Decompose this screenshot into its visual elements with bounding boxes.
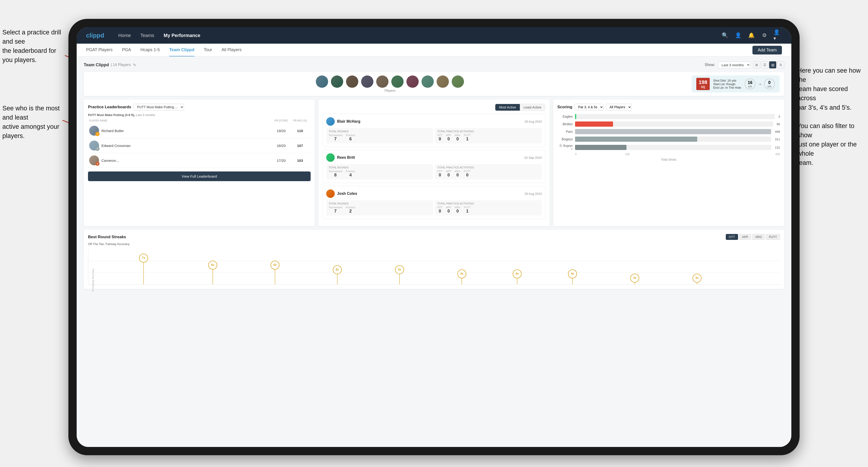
lb-name-1: Richard Butler xyxy=(101,129,124,133)
player-avatar[interactable] xyxy=(376,75,389,88)
settings-icon[interactable]: ⚙ xyxy=(760,31,769,40)
ott-stat-2: OTT 0 xyxy=(437,170,442,178)
subnav-hcaps[interactable]: Hcaps 1-5 xyxy=(140,44,160,56)
player-avatar[interactable] xyxy=(346,75,358,88)
nav-links: Home Teams My Performance xyxy=(118,33,720,38)
nav-link-teams[interactable]: Teams xyxy=(140,33,154,38)
bar-fill-eagles xyxy=(575,114,576,119)
shot-badge: 198 SQ xyxy=(696,78,710,90)
bar-row-dbogeys: D. Bogeys + 131 xyxy=(557,144,780,151)
subnav-tour[interactable]: Tour xyxy=(204,44,212,56)
stat-group-rounds-1: Total Rounds Tournament 7 Practice 6 xyxy=(326,128,433,144)
player-name-cell: 2 Edward Crossman xyxy=(89,141,272,151)
lb-name-3: Cameron... xyxy=(101,158,119,162)
main-content: Team Clippd | 14 Players ✎ Show: Last 3 … xyxy=(76,57,791,447)
player-avatar[interactable] xyxy=(452,75,464,88)
active-player-header-2: Rees Britt 02 Sep 2023 xyxy=(326,153,542,162)
active-player-name-1: Blair McHarg xyxy=(337,119,361,124)
most-active-tab[interactable]: Most Active xyxy=(495,104,520,111)
view-list-icon[interactable]: ☰ xyxy=(761,61,768,68)
pill-arg[interactable]: ARG xyxy=(752,234,765,240)
player-avatar[interactable] xyxy=(316,75,328,88)
player-avatar[interactable] xyxy=(422,75,434,88)
player-avatar[interactable] xyxy=(406,75,418,88)
bar-fill-dbogeys xyxy=(575,145,626,150)
leaderboard-dropdown[interactable]: PUTT Must Make Putting ... xyxy=(133,104,184,111)
pill-ott[interactable]: OTT xyxy=(726,234,738,240)
search-icon[interactable]: 🔍 xyxy=(720,31,729,40)
active-player-header-3: Josh Coles 26 Aug 2023 xyxy=(326,189,542,198)
total-rounds-label-3: Total Rounds xyxy=(329,202,431,205)
edit-icon[interactable]: ✎ xyxy=(133,63,136,67)
total-practice-label-2: Total Practice Activities xyxy=(437,166,539,169)
subnav-teamclippd[interactable]: Team Clippd xyxy=(169,44,194,56)
shot-info: Shot Dist: 16 yds Start Lie: Rough End L… xyxy=(713,79,741,89)
nav-logo: clippd xyxy=(86,32,104,39)
view-sort-icon[interactable]: ⇅ xyxy=(777,61,784,68)
axis-label-0: 0 xyxy=(575,153,577,156)
streak-subtitle: Off The Tee, Fairway Accuracy xyxy=(88,242,780,246)
pill-app[interactable]: APP xyxy=(739,234,751,240)
stat-row-3: Tournament 7 Practice 2 xyxy=(329,206,431,214)
player-avatar[interactable] xyxy=(437,75,449,88)
add-team-button[interactable]: Add Team xyxy=(752,46,782,55)
subnav-right: Add Team xyxy=(752,46,782,55)
subnav-allplayers[interactable]: All Players xyxy=(221,44,242,56)
active-player-name-2: Rees Britt xyxy=(337,155,355,160)
nav-link-home[interactable]: Home xyxy=(118,33,131,38)
active-player-name-3: Josh Coles xyxy=(337,191,357,196)
stat-group-rounds-2: Total Rounds Tournament 8 Practice 4 xyxy=(326,164,433,180)
stat-group-practice-1: Total Practice Activities OTT 0 APP 0 xyxy=(435,128,542,144)
bar-fill-bogeys xyxy=(575,136,697,142)
scoring-filter-players[interactable]: All Players xyxy=(606,104,632,111)
player-avatar[interactable] xyxy=(391,75,404,88)
stat-row-2: Tournament 8 Practice 4 xyxy=(329,170,431,178)
chart-footer: Total Shots xyxy=(557,158,780,161)
bar-row-pars: Pars 499 xyxy=(557,129,780,134)
practice-activities-2: OTT 0 APP 0 ARG 0 xyxy=(437,170,539,178)
subnav-pgat[interactable]: PGAT Players xyxy=(86,44,113,56)
view-card-icon[interactable]: ▤ xyxy=(769,61,776,68)
lb-score-1: 19/20 xyxy=(272,129,290,133)
bar-track-birdies xyxy=(575,121,773,127)
profile-icon[interactable]: 👤▾ xyxy=(773,31,782,40)
stat-row-1: Tournament 7 Practice 6 xyxy=(329,134,431,142)
scoring-panel: Scoring Par 3, 4 & 5s All Players Eagles xyxy=(553,99,784,226)
shot-circle-2: 0 yds xyxy=(764,79,775,89)
practice-stat-1: Practice 6 xyxy=(346,134,355,142)
user-icon[interactable]: 👤 xyxy=(734,31,742,40)
stat-pills: OTT APP ARG PUTT xyxy=(726,234,780,240)
active-player-date-3: 26 Aug 2023 xyxy=(525,192,542,195)
player-avatar[interactable] xyxy=(361,75,373,88)
svg-text:3x: 3x xyxy=(695,276,699,280)
view-full-leaderboard-button[interactable]: View Full Leaderboard xyxy=(88,172,311,181)
tournament-stat-1: Tournament 7 xyxy=(329,134,342,142)
bar-chart: Eagles 3 Birdies 96 xyxy=(557,114,780,151)
players-card: Players 198 SQ Shot Dist: 16 yds Start L… xyxy=(84,72,784,96)
pill-putt[interactable]: PUTT xyxy=(766,234,780,240)
bar-label-birdies: Birdies xyxy=(557,122,573,126)
lb-score-3: 17/20 xyxy=(272,158,290,162)
ott-stat-1: OTT 0 xyxy=(437,134,442,142)
scoring-filter-par[interactable]: Par 3, 4 & 5s xyxy=(575,104,603,111)
stat-group-practice-3: Total Practice Activities OTT 0 APP 0 xyxy=(435,200,542,216)
practice-stat-3: Practice 2 xyxy=(346,206,355,214)
show-select[interactable]: Last 3 months xyxy=(718,62,750,68)
bar-label-dbogeys: D. Bogeys + xyxy=(557,144,573,151)
svg-text:6x: 6x xyxy=(211,263,214,267)
least-active-tab[interactable]: Least Active xyxy=(520,104,545,111)
most-active-header: Most Active Least Active xyxy=(323,104,545,111)
putt-stat-1: PUTT 1 xyxy=(464,134,471,142)
nav-link-myperformance[interactable]: My Performance xyxy=(164,33,200,38)
chart-axis: 0 200 400 xyxy=(575,153,780,156)
lb-avg-1: 110 xyxy=(290,129,309,133)
rank-badge-silver: 2 xyxy=(95,147,99,151)
subnav-pga[interactable]: PGA xyxy=(122,44,131,56)
bell-icon[interactable]: 🔔 xyxy=(747,31,755,40)
leaderboard-header-row: Practice Leaderboards PUTT Must Make Put… xyxy=(88,104,311,111)
total-practice-label-1: Total Practice Activities xyxy=(437,130,539,133)
view-grid-icon[interactable]: ⊞ xyxy=(753,61,760,68)
practice-leaderboards-panel: Practice Leaderboards PUTT Must Make Put… xyxy=(84,99,315,226)
player-avatar[interactable] xyxy=(331,75,343,88)
team-title: Team Clippd xyxy=(84,63,109,67)
